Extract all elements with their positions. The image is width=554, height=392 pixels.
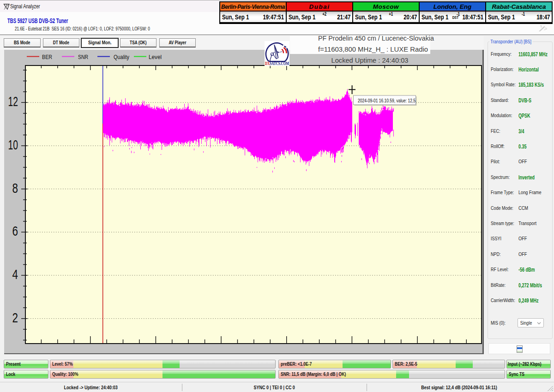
svg-text:10: 10 — [8, 137, 18, 152]
svg-text:6: 6 — [12, 223, 18, 238]
svg-text:2: 2 — [12, 310, 18, 325]
svg-text:BER: BER — [42, 53, 52, 60]
svg-text:2024-09-01 16.10.59, value: 12: 2024-09-01 16.10.59, value: 12,5 — [358, 98, 416, 103]
svg-text:PF Prodelin 450 cm / Lucenec-S: PF Prodelin 450 cm / Lucenec-Slovakia — [318, 34, 434, 42]
svg-text:Level: Level — [149, 53, 162, 60]
svg-text:f=11603,800 MHz_H_ : LUXE Radi: f=11603,800 MHz_H_ : LUXE Radio — [318, 45, 428, 53]
svg-text:8: 8 — [12, 180, 18, 196]
svg-text:12: 12 — [8, 94, 18, 109]
svg-text:Locked Uptime : 24:40:03: Locked Uptime : 24:40:03 — [331, 56, 409, 64]
svg-text:4: 4 — [12, 267, 18, 282]
svg-text:DXSATCS.COM: DXSATCS.COM — [265, 61, 289, 66]
svg-text:SNR: SNR — [78, 53, 88, 60]
svg-text:Quality: Quality — [114, 53, 129, 60]
